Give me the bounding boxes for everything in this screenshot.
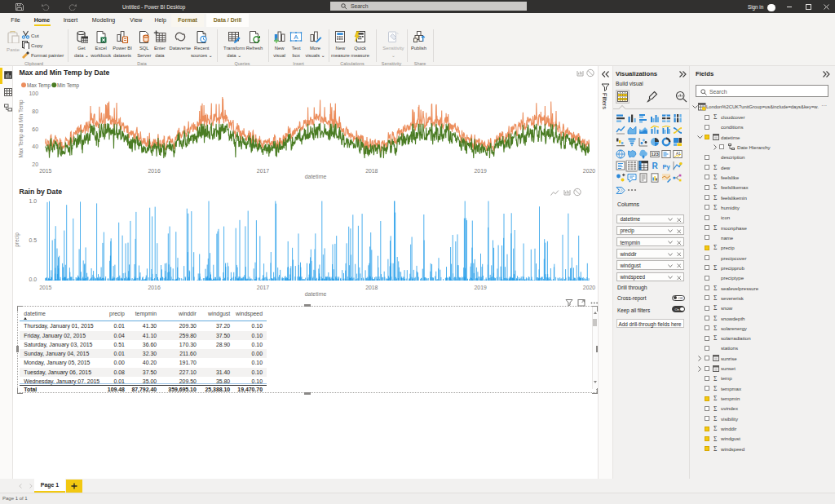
svg-text:2019: 2019 [475,285,487,290]
svg-text:40: 40 [32,144,38,149]
svg-text:2015: 2015 [39,168,51,174]
svg-text:2016: 2016 [148,168,160,174]
svg-text:2017: 2017 [257,168,269,174]
svg-text:Max and Min Temp by Date: Max and Min Temp by Date [20,69,110,77]
svg-text:1.0: 1.0 [29,198,37,204]
svg-text:2020: 2020 [583,285,595,290]
svg-text:100: 100 [29,91,39,96]
svg-text:Py: Py [662,163,670,170]
svg-text:2018: 2018 [365,285,378,290]
svg-text:Min Temp: Min Temp [57,82,80,89]
svg-text:0.0: 0.0 [29,276,37,282]
svg-text:Max Temp and Min Temp: Max Temp and Min Temp [18,99,24,158]
svg-text:20: 20 [32,161,38,167]
svg-text:precip: precip [14,232,20,247]
svg-text:0.5: 0.5 [29,237,37,243]
svg-text:2018: 2018 [365,168,378,174]
svg-text:60: 60 [32,126,38,132]
svg-text:80: 80 [32,108,38,114]
svg-text:2015: 2015 [39,285,51,290]
svg-text:2017: 2017 [257,285,269,290]
svg-text:datetime: datetime [305,174,327,179]
svg-text:Rain by Date: Rain by Date [20,188,63,196]
svg-text:2020: 2020 [583,168,595,174]
svg-text:A: A [294,33,299,41]
svg-text:R: R [652,161,658,170]
svg-text:Max Temp: Max Temp [27,82,51,89]
svg-text:datetime: datetime [305,291,327,297]
svg-text:2019: 2019 [475,168,487,174]
svg-text:2016: 2016 [148,285,160,290]
svg-text:123: 123 [651,152,658,157]
